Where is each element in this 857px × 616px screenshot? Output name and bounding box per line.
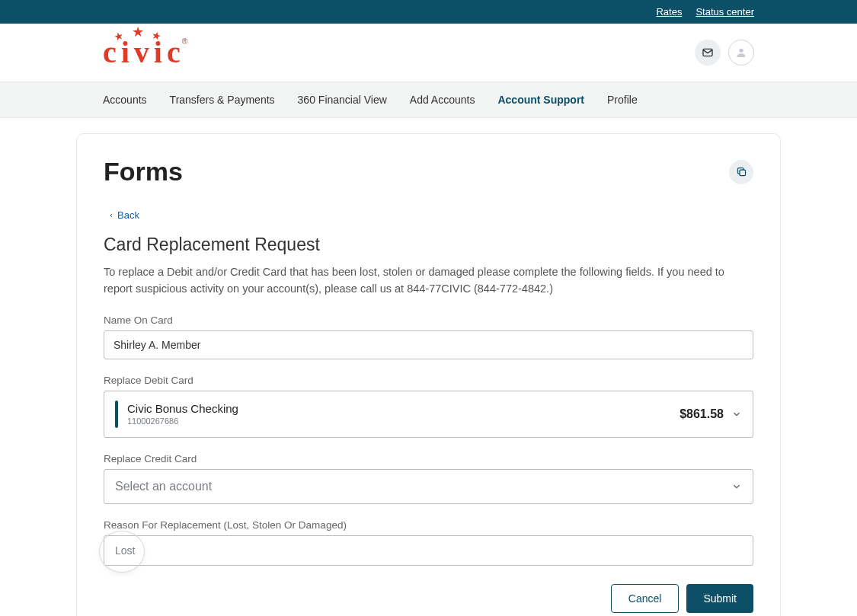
logo-text: civic [103, 35, 185, 69]
cancel-button[interactable]: Cancel [611, 584, 680, 613]
back-label: Back [117, 209, 139, 221]
main-nav: Accounts Transfers & Payments 360 Financ… [0, 81, 857, 118]
copy-button[interactable] [729, 160, 753, 184]
user-icon [735, 46, 747, 59]
copy-icon [736, 166, 747, 177]
back-link[interactable]: Back [108, 209, 753, 221]
reason-input[interactable] [104, 535, 753, 566]
submit-button[interactable]: Submit [686, 584, 753, 613]
debit-account-select[interactable]: Civic Bonus Checking 11000267686 $861.58 [104, 391, 753, 438]
credit-account-select[interactable]: Select an account [104, 469, 753, 504]
reason-label: Reason For Replacement (Lost, Stolen Or … [104, 519, 753, 531]
header: ★ ★ ★ civic® [0, 24, 857, 81]
debit-balance: $861.58 [680, 407, 724, 421]
rates-link[interactable]: Rates [656, 6, 682, 18]
page-title: Forms [104, 157, 183, 187]
header-icons [695, 40, 754, 65]
account-indicator [115, 401, 118, 428]
form-buttons: Cancel Submit [104, 584, 753, 613]
page-content: Forms Back Card Replacement Request To r… [0, 118, 857, 616]
name-input[interactable] [104, 330, 753, 359]
chevron-left-icon [108, 212, 114, 219]
nav-profile[interactable]: Profile [607, 82, 638, 117]
form-heading: Card Replacement Request [104, 235, 753, 255]
svg-point-1 [739, 49, 743, 53]
nav-add-accounts[interactable]: Add Accounts [410, 82, 475, 117]
status-center-link[interactable]: Status center [696, 6, 754, 18]
messages-button[interactable] [695, 40, 721, 65]
debit-account-name: Civic Bonus Checking [127, 402, 238, 415]
logo[interactable]: ★ ★ ★ civic® [103, 37, 187, 68]
nav-account-support[interactable]: Account Support [497, 82, 584, 117]
mail-icon [702, 46, 714, 59]
debit-label: Replace Debit Card [104, 375, 753, 386]
chevron-down-icon [731, 409, 742, 420]
chevron-down-icon [731, 481, 742, 492]
credit-label: Replace Credit Card [104, 453, 753, 464]
profile-button[interactable] [728, 40, 754, 65]
credit-placeholder: Select an account [115, 480, 212, 493]
top-utility-bar: Rates Status center [0, 0, 857, 24]
forms-card: Forms Back Card Replacement Request To r… [76, 133, 781, 616]
nav-financial-view[interactable]: 360 Financial View [298, 82, 387, 117]
svg-rect-2 [740, 170, 746, 176]
nav-accounts[interactable]: Accounts [103, 82, 147, 117]
form-description: To replace a Debit and/or Credit Card th… [104, 264, 753, 298]
name-label: Name On Card [104, 314, 753, 326]
nav-transfers[interactable]: Transfers & Payments [170, 82, 275, 117]
debit-account-number: 11000267686 [127, 417, 238, 426]
